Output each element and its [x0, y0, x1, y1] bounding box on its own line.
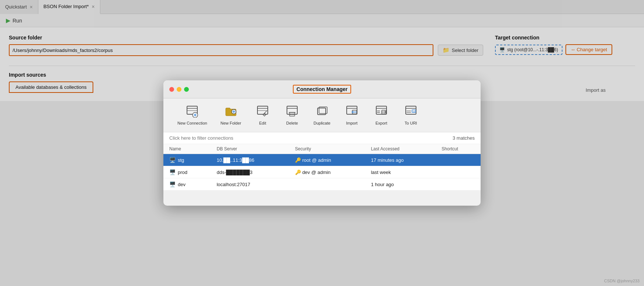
- traffic-light-minimize[interactable]: [177, 87, 181, 92]
- connection-manager-title: Connection Manager: [293, 85, 351, 94]
- connection-manager-overlay: Connection Manager New Connection: [0, 0, 644, 101]
- traffic-light-close[interactable]: [169, 87, 174, 92]
- traffic-light-maximize[interactable]: [184, 87, 189, 92]
- traffic-lights: [169, 87, 189, 92]
- cm-toolbar: New Connection New Folder: [163, 98, 481, 101]
- connection-manager-window: Connection Manager New Connection: [163, 80, 481, 101]
- connection-manager-titlebar: Connection Manager: [163, 80, 481, 98]
